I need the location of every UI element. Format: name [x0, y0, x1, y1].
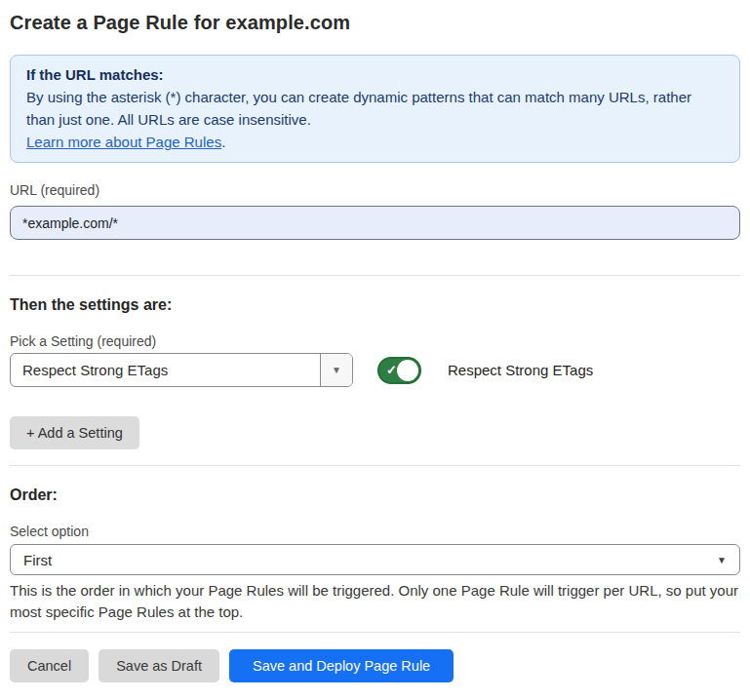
settings-heading: Then the settings are:: [10, 296, 740, 314]
save-deploy-button[interactable]: Save and Deploy Page Rule: [229, 649, 454, 682]
order-select-value: First: [23, 552, 52, 568]
toggle-label: Respect Strong ETags: [448, 362, 593, 378]
check-icon: ✓: [386, 364, 397, 376]
cancel-button[interactable]: Cancel: [10, 649, 89, 682]
pick-setting-label: Pick a Setting (required): [10, 333, 740, 349]
toggle-knob: [397, 360, 418, 381]
triangle-down-icon: ▼: [332, 365, 341, 375]
learn-more-link[interactable]: Learn more about Page Rules: [26, 134, 221, 150]
footer-divider: [10, 632, 740, 633]
footer-actions: Cancel Save as Draft Save and Deploy Pag…: [10, 649, 740, 682]
section-divider: [10, 275, 740, 276]
url-input[interactable]: [10, 206, 740, 240]
select-option-label: Select option: [10, 524, 740, 539]
respect-strong-etags-toggle[interactable]: ✓: [377, 357, 421, 384]
setting-select-arrow-button[interactable]: ▼: [320, 354, 352, 386]
save-draft-button[interactable]: Save as Draft: [99, 649, 219, 682]
order-select[interactable]: First ▼: [10, 544, 740, 575]
setting-select[interactable]: Respect Strong ETags ▼: [10, 353, 353, 387]
url-label: URL (required): [10, 182, 740, 198]
link-suffix: .: [221, 134, 225, 150]
page-title: Create a Page Rule for example.com: [10, 12, 740, 34]
page-rule-form: Create a Page Rule for example.com If th…: [0, 12, 750, 682]
url-match-info-box: If the URL matches: By using the asteris…: [10, 55, 740, 163]
chevron-down-icon: ▼: [717, 555, 727, 565]
info-box-link-line: Learn more about Page Rules.: [26, 131, 724, 153]
info-box-body: By using the asterisk (*) character, you…: [26, 86, 724, 131]
add-setting-button[interactable]: + Add a Setting: [10, 416, 139, 449]
info-box-heading: If the URL matches:: [26, 63, 724, 86]
section-divider: [10, 465, 740, 466]
setting-row: Respect Strong ETags ▼ ✓ Respect Strong …: [10, 353, 740, 387]
order-heading: Order:: [10, 486, 740, 504]
order-help-text: This is the order in which your Page Rul…: [10, 580, 740, 623]
setting-select-value: Respect Strong ETags: [11, 354, 320, 386]
